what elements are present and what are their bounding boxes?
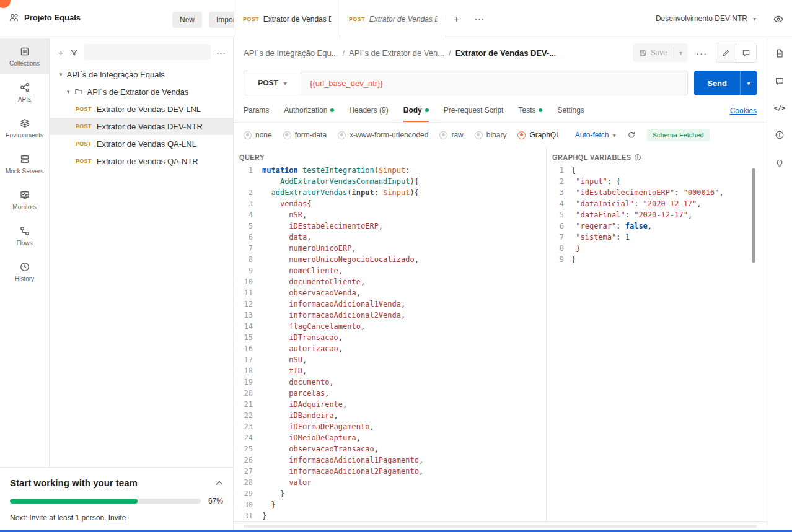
sidebar-search-input[interactable]	[84, 44, 211, 60]
tab-label: Params	[244, 106, 269, 115]
tab-params[interactable]: Params	[244, 99, 269, 122]
request-name: Extrator de Vendas DEV-LNL	[97, 105, 201, 114]
line-number: 20	[234, 388, 262, 399]
sidebar-more-icon[interactable]: ···	[216, 47, 226, 58]
sidebar-request-item[interactable]: POSTExtrator de Vendas QA-LNL	[50, 135, 233, 152]
environment-quick-look-icon[interactable]	[773, 14, 784, 25]
radio-label: GraphQL	[529, 131, 560, 139]
query-pane-label: QUERY	[239, 154, 265, 161]
comment-icon[interactable]	[736, 43, 756, 62]
history-icon	[19, 261, 30, 273]
send-button[interactable]: Send	[694, 71, 740, 95]
documentation-icon[interactable]	[775, 48, 785, 58]
line-content: iDBandeira,	[262, 410, 338, 421]
new-button[interactable]: New	[172, 12, 202, 28]
code-line: 1{	[547, 165, 767, 176]
filter-icon[interactable]	[69, 48, 79, 57]
request-tab-2[interactable]: POST Extrator de Vendas DEV	[340, 0, 446, 38]
tab-headers-9-[interactable]: Headers (9)	[349, 99, 388, 122]
horizontal-scrollbar[interactable]	[244, 525, 757, 528]
chevron-down-icon: ▾	[59, 71, 63, 77]
rail-item-apis[interactable]: APIs	[0, 74, 49, 110]
tab-pre-request-script[interactable]: Pre-request Script	[444, 99, 504, 122]
rail-item-mock-servers[interactable]: Mock Servers	[0, 146, 49, 182]
line-number: 7	[234, 243, 262, 254]
rail-item-flows[interactable]: Flows	[0, 218, 49, 254]
new-tab-button[interactable]: +	[446, 0, 467, 38]
body-type-none[interactable]: none	[244, 131, 272, 139]
tab-options-icon[interactable]: ···	[467, 0, 491, 38]
code-snippet-icon[interactable]: </>	[773, 104, 786, 112]
body-type-binary[interactable]: binary	[475, 131, 507, 139]
cookies-link[interactable]: Cookies	[730, 107, 757, 115]
save-button[interactable]: Save ▾	[633, 43, 687, 62]
body-type-graphql[interactable]: GraphQL	[517, 131, 560, 139]
graphql-variables-editor[interactable]: 1{2 "input": {3 "idEstabelecimentoERP": …	[547, 165, 767, 521]
onboarding-progress-bar	[10, 499, 201, 504]
monitors-icon	[19, 190, 30, 201]
comments-icon[interactable]	[775, 76, 785, 86]
postman-logo[interactable]	[0, 0, 11, 8]
edit-pencil-icon[interactable]	[716, 43, 736, 62]
breadcrumb-folder[interactable]: API´s de Extrator de Ven...	[349, 48, 444, 58]
sidebar-request-item[interactable]: POSTExtrator de Vendas DEV-LNL	[50, 100, 233, 118]
send-options-icon[interactable]: ▾	[740, 71, 757, 95]
right-icon-rail: </>	[767, 38, 792, 530]
line-content: informacaoAdicional2Venda,	[262, 310, 405, 321]
line-number: 7	[547, 232, 571, 243]
line-content: iDAdquirente,	[262, 399, 347, 410]
scrollbar-thumb[interactable]	[752, 168, 755, 263]
lightbulb-icon[interactable]	[775, 158, 785, 168]
breadcrumb-collection[interactable]: API´s de Integração Equ...	[244, 48, 338, 58]
line-content: valor	[262, 477, 311, 488]
line-number: 29	[234, 488, 262, 499]
tab-title: Extrator de Vendas DEV	[263, 15, 331, 24]
refresh-schema-icon[interactable]	[627, 131, 636, 139]
tab-settings[interactable]: Settings	[557, 99, 584, 122]
add-collection-button[interactable]: +	[58, 47, 64, 58]
environment-selector[interactable]: Desenvolvimento DEV-NTR ▾	[656, 14, 756, 23]
body-type-x-www-form-urlencoded[interactable]: x-www-form-urlencoded	[338, 131, 428, 139]
sidebar-request-item[interactable]: POSTExtrator de Vendas QA-NTR	[50, 152, 233, 170]
code-line: 12 informacaoAdicional1Venda,	[234, 299, 546, 310]
chevron-down-icon: ▾	[284, 80, 287, 87]
collection-folder[interactable]: ▾ API´s de Extrator de Vendas	[50, 83, 233, 100]
collapse-card-icon[interactable]	[216, 481, 223, 486]
breadcrumb-request[interactable]: Extrator de Vendas DEV-...	[455, 48, 557, 58]
collection-root[interactable]: ▾ API´s de Integração Equals	[50, 66, 233, 83]
workspace-switcher[interactable]: Projeto Equals	[9, 12, 81, 23]
radio-icon	[517, 131, 526, 139]
rail-item-monitors[interactable]: Monitors	[0, 182, 49, 218]
invite-link[interactable]: Invite	[108, 513, 126, 522]
code-line: 15 iDTransacao,	[234, 332, 546, 343]
request-more-actions-icon[interactable]: ···	[696, 48, 707, 58]
tab-body[interactable]: Body	[403, 99, 429, 122]
rail-item-environments[interactable]: Environments	[0, 110, 49, 146]
code-line: 9 nomeCliente,	[234, 265, 546, 276]
line-number: 6	[547, 220, 571, 232]
request-tab-1[interactable]: POST Extrator de Vendas DEV	[234, 0, 340, 38]
line-number: 31	[234, 510, 262, 521]
line-content: "regerar": false,	[571, 220, 652, 232]
tab-tests[interactable]: Tests	[518, 99, 542, 122]
line-content: AddExtratorVendasCommandInput){	[262, 176, 419, 187]
left-icon-rail: CollectionsAPIsEnvironmentsMock ServersM…	[0, 38, 50, 530]
code-line: 26 informacaoAdicional1Pagamento,	[234, 455, 546, 466]
tab-authorization[interactable]: Authorization	[284, 99, 334, 122]
code-line: 11 observacaoVenda,	[234, 287, 546, 299]
body-type-raw[interactable]: raw	[439, 131, 463, 139]
autofetch-dropdown[interactable]: Auto-fetch▾	[575, 131, 616, 139]
line-number: 15	[234, 332, 262, 343]
code-line: 23 iDFormaDePagamento,	[234, 421, 546, 432]
url-input[interactable]: {{url_base_dev_ntr}}	[301, 71, 687, 95]
sidebar-request-item[interactable]: POSTExtrator de Vendas DEV-NTR	[50, 118, 233, 135]
method-select[interactable]: POST ▾	[244, 71, 301, 95]
body-type-form-data[interactable]: form-data	[283, 131, 327, 139]
rail-item-collections[interactable]: Collections	[0, 38, 49, 74]
info-icon[interactable]	[775, 130, 785, 140]
onboarding-next-step: Next: Invite at least 1 person.	[10, 513, 106, 522]
graphql-query-editor[interactable]: 1mutation testeIntegration($input: AddEx…	[234, 165, 546, 521]
save-options-icon[interactable]: ▾	[674, 50, 687, 56]
radio-label: raw	[451, 131, 463, 139]
rail-item-history[interactable]: History	[0, 254, 49, 290]
